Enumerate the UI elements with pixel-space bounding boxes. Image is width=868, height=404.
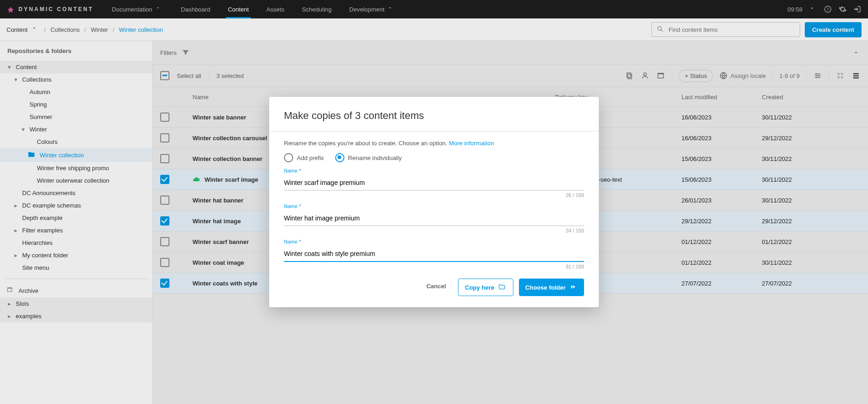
double-chevron-right-icon [569,283,578,291]
radio-rename-individually[interactable]: Rename individually [335,153,402,162]
rename-field-3-input[interactable] [284,246,584,262]
dialog-actions: Cancel Copy here Choose folder [284,279,584,296]
copy-here-label: Copy here [465,284,494,291]
dialog-hint-text: Rename the copies you're about to create… [284,140,449,147]
rename-field-1: Name * 26 / 150 [284,168,584,198]
dialog-more-info-link[interactable]: More information [449,140,494,147]
rename-field-2: Name * 24 / 150 [284,203,584,233]
rename-mode-radio-group: Add prefix Rename individually [284,153,584,162]
radio-add-prefix-label: Add prefix [297,154,324,161]
rename-field-3-counter: 31 / 150 [284,264,584,269]
rename-field-2-input[interactable] [284,211,584,226]
rename-field-3-label: Name * [284,239,584,244]
dialog-title: Make copies of 3 content items [284,110,584,122]
rename-field-1-input[interactable] [284,175,584,190]
rename-field-1-counter: 26 / 150 [284,192,584,198]
dialog-hint: Rename the copies you're about to create… [284,140,584,147]
radio-add-prefix[interactable]: Add prefix [284,153,324,162]
rename-field-3: Name * 31 / 150 [284,239,584,269]
rename-field-2-counter: 24 / 150 [284,228,584,233]
rename-field-2-label: Name * [284,203,584,209]
cancel-button-label: Cancel [426,283,446,290]
rename-field-1-label: Name * [284,168,584,173]
copy-here-button[interactable]: Copy here [458,279,513,296]
choose-folder-button[interactable]: Choose folder [519,279,584,296]
radio-rename-individually-label: Rename individually [348,154,402,161]
copy-dialog: Make copies of 3 content items Rename th… [269,97,599,307]
cancel-button[interactable]: Cancel [420,279,452,296]
choose-folder-label: Choose folder [525,284,566,291]
folder-outline-icon [498,283,506,291]
modal-backdrop: Make copies of 3 content items Rename th… [0,0,868,404]
